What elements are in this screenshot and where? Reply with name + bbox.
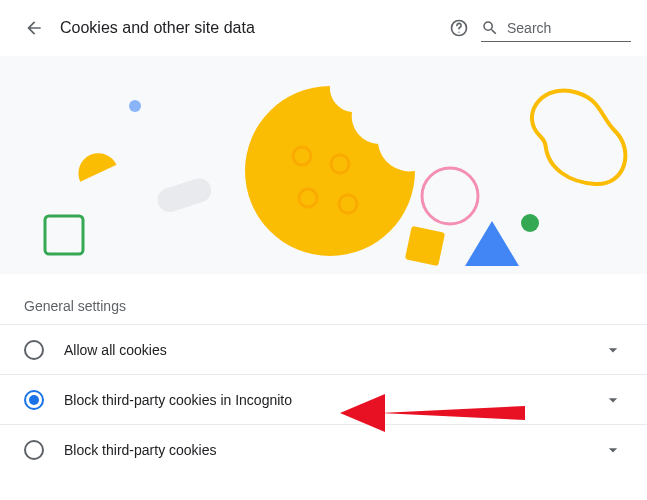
help-button[interactable] [441, 10, 477, 46]
chevron-down-icon [603, 340, 623, 360]
search-icon [481, 19, 499, 37]
radio-block-third-party[interactable] [24, 440, 44, 460]
option-label: Allow all cookies [64, 342, 603, 358]
svg-rect-10 [405, 226, 445, 266]
svg-rect-4 [45, 216, 83, 254]
option-label: Block third-party cookies in Incognito [64, 392, 603, 408]
search-input[interactable] [507, 20, 631, 36]
page-title: Cookies and other site data [60, 19, 441, 37]
option-block-incognito[interactable]: Block third-party cookies in Incognito [0, 374, 647, 424]
option-allow-all[interactable]: Allow all cookies [0, 324, 647, 374]
svg-point-2 [129, 100, 141, 112]
section-label: General settings [0, 274, 647, 324]
help-icon [449, 18, 469, 38]
chevron-down-icon [603, 390, 623, 410]
svg-rect-3 [155, 175, 215, 215]
back-button[interactable] [16, 10, 52, 46]
chevron-down-icon [603, 440, 623, 460]
expand-block-incognito[interactable] [603, 390, 623, 410]
hero-illustration [0, 56, 647, 274]
svg-point-9 [422, 168, 478, 224]
search-field[interactable] [481, 15, 631, 42]
radio-allow-all[interactable] [24, 340, 44, 360]
option-block-third-party[interactable]: Block third-party cookies [0, 424, 647, 474]
option-label: Block third-party cookies [64, 442, 603, 458]
expand-allow-all[interactable] [603, 340, 623, 360]
svg-point-1 [458, 32, 459, 33]
back-arrow-icon [24, 18, 44, 38]
radio-block-incognito[interactable] [24, 390, 44, 410]
expand-block-third-party[interactable] [603, 440, 623, 460]
header: Cookies and other site data [0, 0, 647, 56]
svg-point-11 [521, 214, 539, 232]
